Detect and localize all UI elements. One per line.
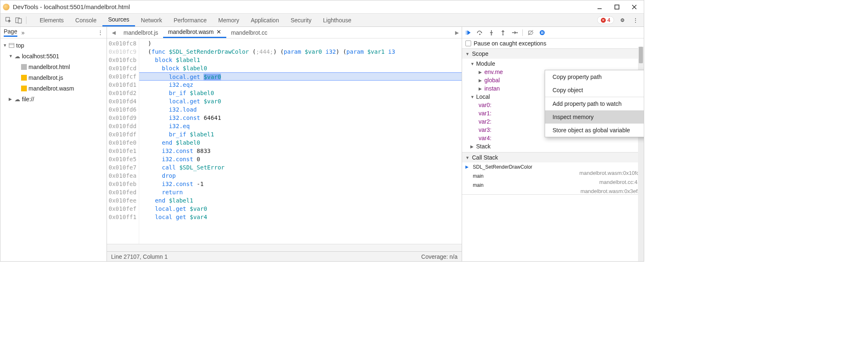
- deactivate-breakpoints-icon[interactable]: [527, 29, 534, 36]
- step-over-icon[interactable]: [476, 29, 484, 36]
- code-line[interactable]: return: [139, 188, 462, 196]
- code-content[interactable]: ) (func $SDL_SetRenderDrawColor (;444;) …: [139, 38, 462, 244]
- context-menu-item[interactable]: Store object as global variable: [545, 124, 644, 137]
- code-line[interactable]: local get $var4: [139, 213, 462, 221]
- context-menu-item[interactable]: Add property path to watch: [545, 97, 644, 110]
- panel-tab-memory[interactable]: Memory: [213, 14, 245, 26]
- file-tab[interactable]: mandelbrot.wasm✕: [163, 27, 226, 38]
- code-line[interactable]: local.get $var0: [139, 72, 462, 81]
- code-line[interactable]: drop: [139, 172, 462, 180]
- pause-on-exceptions-icon[interactable]: [538, 29, 546, 36]
- scope-header[interactable]: ▼ Scope: [462, 49, 644, 59]
- settings-gear-icon[interactable]: ⚙: [617, 15, 627, 25]
- tree-label: file://: [22, 95, 34, 104]
- minimize-button[interactable]: [597, 4, 602, 10]
- devtools-icon: [3, 4, 9, 10]
- code-line[interactable]: br_if $label0: [139, 89, 462, 97]
- panel-tab-lighthouse[interactable]: Lighthouse: [317, 14, 357, 26]
- tab-nav-next-icon[interactable]: ▶: [452, 27, 462, 38]
- callstack-header[interactable]: ▼ Call Stack: [462, 153, 644, 162]
- resume-icon[interactable]: [465, 29, 472, 36]
- chevron-down-icon: ▼: [3, 41, 7, 50]
- code-line[interactable]: i32.eq: [139, 122, 462, 130]
- variable-name: global: [484, 77, 500, 83]
- file-tab-label: mandelbrot.js: [123, 29, 158, 36]
- code-line[interactable]: block $label1: [139, 56, 462, 64]
- chevron-right-icon: ▶: [479, 78, 483, 83]
- tree-file[interactable]: mandelbrot.html: [0, 62, 107, 72]
- tree-file[interactable]: mandelbrot.wasm: [0, 83, 107, 94]
- error-count-badge[interactable]: ✕ 4: [597, 16, 614, 24]
- step-out-icon[interactable]: [499, 29, 507, 36]
- file-tab[interactable]: mandelbrot.js: [119, 27, 163, 38]
- code-line[interactable]: i32.const 8833: [139, 147, 462, 155]
- code-line[interactable]: i32.const 64641: [139, 114, 462, 122]
- file-tab-label: mandelbrot.wasm: [168, 29, 214, 35]
- code-line[interactable]: block $label0: [139, 64, 462, 72]
- tree-label: mandelbrot.wasm: [28, 84, 74, 93]
- code-line[interactable]: ): [139, 39, 462, 48]
- panel-tab-elements[interactable]: Elements: [34, 14, 69, 26]
- editor-status-bar: Line 27107, Column 1 Coverage: n/a: [107, 251, 462, 261]
- step-icon[interactable]: [511, 29, 518, 36]
- svg-point-11: [491, 34, 492, 35]
- navigator-more-tabs-icon[interactable]: »: [21, 29, 25, 36]
- variable-name: var1:: [479, 110, 491, 117]
- cloud-icon: ☁: [14, 52, 20, 61]
- panel-tabs: ElementsConsoleSourcesNetworkPerformance…: [34, 14, 597, 26]
- code-line[interactable]: call $SDL_SetError: [139, 163, 462, 172]
- checkbox-icon[interactable]: [465, 41, 471, 46]
- scope-module[interactable]: ▼Module: [462, 60, 644, 68]
- tree-node-file-scheme[interactable]: ▶ ☁ file://: [0, 94, 107, 105]
- panel-tab-performance[interactable]: Performance: [168, 14, 212, 26]
- panel-tab-network[interactable]: Network: [135, 14, 168, 26]
- tree-node-host[interactable]: ▼ ☁ localhost:5501: [0, 51, 107, 62]
- panel-tab-application[interactable]: Application: [245, 14, 285, 26]
- close-button[interactable]: [631, 4, 637, 10]
- chevron-right-icon: ▶: [479, 86, 483, 91]
- code-line[interactable]: br_if $label1: [139, 130, 462, 138]
- scope-stack[interactable]: ▶Stack: [462, 142, 644, 150]
- context-menu-item[interactable]: Copy property path: [545, 70, 644, 83]
- close-icon[interactable]: ✕: [216, 29, 221, 35]
- tree-file[interactable]: mandelbrot.js: [0, 72, 107, 83]
- code-line[interactable]: local.get $var0: [139, 205, 462, 213]
- code-line[interactable]: end $label1: [139, 196, 462, 205]
- navigator-menu-icon[interactable]: ⋮: [97, 29, 103, 36]
- context-menu-item[interactable]: Copy object: [545, 83, 644, 97]
- tree-label: mandelbrot.js: [28, 73, 63, 82]
- callstack-frame[interactable]: SDL_SetRenderDrawColormandelbrot.wasm:0x…: [462, 162, 644, 172]
- step-into-icon[interactable]: [488, 29, 495, 36]
- maximize-button[interactable]: [614, 4, 620, 10]
- more-menu-icon[interactable]: ⋮: [631, 15, 640, 25]
- callstack-frame[interactable]: mainmandelbrot.wasm:0x3ef2: [462, 181, 644, 190]
- pause-on-caught-checkbox-row[interactable]: Pause on caught exceptions: [462, 38, 644, 48]
- context-menu-item[interactable]: Inspect memory: [545, 110, 644, 124]
- code-line[interactable]: end $label0: [139, 138, 462, 147]
- navigator-sidebar: Page » ⋮ ▼ top ▼ ☁ localhost:5501 mandel…: [0, 27, 107, 261]
- horizontal-scrollbar[interactable]: [107, 244, 462, 251]
- device-toolbar-icon[interactable]: [14, 15, 24, 25]
- code-line[interactable]: i32.eqz: [139, 81, 462, 89]
- code-line[interactable]: i32.const 0: [139, 155, 462, 163]
- panel-tab-security[interactable]: Security: [285, 14, 318, 26]
- panel-tab-sources[interactable]: Sources: [102, 14, 135, 26]
- navigator-tab-page[interactable]: Page: [4, 28, 17, 37]
- code-line[interactable]: i32.const -1: [139, 180, 462, 188]
- tree-label: localhost:5501: [22, 52, 59, 61]
- tab-nav-prev-icon[interactable]: ◀: [109, 27, 119, 38]
- tree-node-top[interactable]: ▼ top: [0, 40, 107, 51]
- code-line[interactable]: (func $SDL_SetRenderDrawColor (;444;) (p…: [139, 48, 462, 56]
- code-line[interactable]: i32.load: [139, 105, 462, 114]
- scope-label: Local: [476, 93, 490, 100]
- chevron-down-icon: ▼: [465, 155, 470, 160]
- error-icon: ✕: [601, 18, 606, 23]
- inspect-element-icon[interactable]: [4, 15, 14, 25]
- panel-tab-console[interactable]: Console: [69, 14, 102, 26]
- code-gutter: 0x010fc80x010fc90x010fcb0x010fcd0x010fcf…: [107, 38, 139, 244]
- code-line[interactable]: local.get $var0: [139, 97, 462, 105]
- svg-rect-6: [18, 19, 21, 23]
- file-tab[interactable]: mandelbrot.cc: [226, 27, 273, 38]
- variable-name: var3:: [479, 126, 491, 133]
- callstack-frame[interactable]: mainmandelbrot.cc:41: [462, 172, 644, 181]
